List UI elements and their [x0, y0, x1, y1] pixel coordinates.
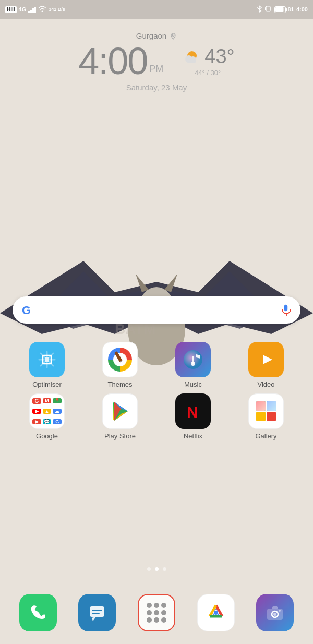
app-item-gallery[interactable]: Gallery	[230, 393, 303, 440]
svg-point-13	[172, 34, 174, 36]
svg-point-45	[214, 611, 218, 615]
google-logo: G	[21, 303, 35, 317]
phone-dock-icon	[19, 594, 57, 631]
svg-rect-38	[90, 606, 104, 617]
weather-top: 43°	[180, 45, 234, 68]
dock-item-messages[interactable]	[78, 594, 116, 631]
svg-text:N: N	[187, 403, 198, 421]
optimiser-label: Optimiser	[32, 380, 62, 388]
music-label: Music	[184, 380, 202, 388]
app-item-playstore[interactable]: Play Store	[83, 393, 156, 440]
weather-column: 43° 44° / 30°	[180, 45, 234, 77]
clock-section: Gurgaon 4:00 PM 43° 44° / 30° Saturday, …	[0, 31, 313, 92]
google-label: Google	[36, 432, 58, 440]
svg-rect-12	[286, 8, 287, 11]
svg-rect-7	[266, 6, 270, 11]
svg-point-48	[273, 613, 276, 616]
page-dot-1	[147, 567, 151, 571]
dock-item-camera[interactable]	[256, 594, 294, 631]
clock-display-group: 4:00 PM	[78, 42, 163, 80]
camera-dock-icon	[256, 594, 294, 631]
bluetooth-icon	[257, 5, 262, 14]
svg-rect-36	[256, 401, 266, 411]
speed-label: 341 B/s	[49, 7, 65, 12]
battery-level: 81	[288, 7, 294, 13]
svg-rect-22	[45, 357, 49, 362]
vibrate-icon	[264, 5, 272, 14]
video-label: Video	[257, 380, 274, 388]
svg-rect-27	[192, 356, 194, 364]
apps-grid-dots	[147, 603, 166, 623]
chrome-dock-icon	[197, 594, 235, 631]
status-bar: HIII 4G 341 B/s 81 4:00	[0, 0, 313, 19]
playstore-icon	[102, 393, 138, 429]
svg-rect-19	[284, 305, 287, 311]
app-item-music[interactable]: Music	[156, 342, 230, 388]
google-icon: G M 📍 ▶ ▲ ☁ ▶ 💬 G	[29, 393, 65, 429]
svg-rect-17	[187, 59, 196, 63]
svg-rect-35	[267, 412, 276, 421]
app-item-optimiser[interactable]: Optimiser	[10, 342, 83, 388]
temperature-main: 43°	[204, 45, 234, 68]
themes-icon	[102, 342, 138, 377]
netflix-label: Netflix	[184, 432, 202, 440]
time-status: 4:00	[296, 6, 308, 13]
network-type: 4G	[19, 6, 27, 13]
clock-weather-row: 4:00 PM 43° 44° / 30°	[78, 42, 235, 80]
page-dot-2	[155, 567, 159, 571]
signal-bars	[28, 6, 36, 13]
themes-label: Themes	[108, 380, 133, 388]
dock-item-chrome[interactable]	[197, 594, 235, 631]
date-display: Saturday, 23 May	[126, 83, 187, 92]
dock-item-apps[interactable]	[138, 594, 175, 631]
svg-marker-39	[92, 617, 96, 621]
apps-dock-icon	[138, 594, 175, 631]
svg-rect-11	[275, 7, 284, 12]
mic-icon	[280, 304, 292, 316]
gallery-icon	[248, 393, 284, 429]
clock-divider	[172, 45, 172, 77]
wifi-icon	[38, 6, 46, 13]
netflix-icon: N	[175, 393, 211, 429]
app-item-google[interactable]: G M 📍 ▶ ▲ ☁ ▶ 💬 G Google	[10, 393, 83, 440]
svg-rect-37	[267, 401, 276, 411]
location-text: Gurgaon	[136, 31, 166, 40]
search-bar[interactable]: G	[13, 296, 300, 324]
gallery-label: Gallery	[255, 432, 276, 440]
svg-marker-28	[263, 355, 272, 364]
temperature-range: 44° / 30°	[195, 69, 221, 77]
dock	[0, 594, 313, 631]
video-icon	[248, 342, 284, 377]
svg-text:G: G	[22, 304, 31, 317]
app-item-themes[interactable]: Themes	[83, 342, 156, 388]
app-item-netflix[interactable]: N Netflix	[156, 393, 230, 440]
music-icon	[175, 342, 211, 377]
location-icon	[170, 32, 177, 40]
page-dot-3	[163, 567, 166, 571]
status-left: HIII 4G 341 B/s	[5, 6, 65, 13]
clock-time: 4:00	[78, 42, 147, 80]
battery-icon: 81	[274, 6, 294, 13]
clock-period: PM	[149, 64, 163, 75]
dock-item-phone[interactable]	[19, 594, 57, 631]
messages-dock-icon	[78, 594, 116, 631]
svg-point-49	[279, 610, 281, 612]
svg-rect-34	[256, 412, 266, 421]
weather-icon	[180, 49, 201, 65]
location-row: Gurgaon	[136, 31, 177, 40]
app-grid: Optimiser Themes	[0, 337, 313, 445]
playstore-label: Play Store	[104, 432, 136, 440]
status-right: 81 4:00	[257, 5, 308, 14]
app-item-video[interactable]: Video	[230, 342, 303, 388]
optimiser-icon	[29, 342, 65, 377]
carrier-label: HIII	[5, 6, 17, 13]
svg-rect-9	[270, 7, 271, 10]
page-dots	[0, 567, 313, 571]
svg-rect-8	[265, 7, 266, 10]
